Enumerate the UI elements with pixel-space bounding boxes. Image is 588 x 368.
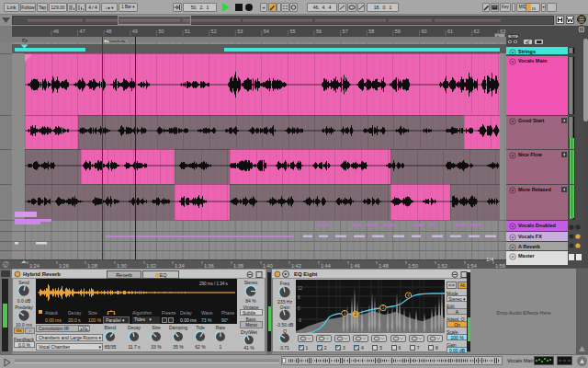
svg-text:12: 12 <box>298 286 303 291</box>
svg-text:57: 57 <box>343 29 348 34</box>
svg-text:0: 0 <box>298 306 300 311</box>
svg-text:-6: -6 <box>298 318 301 323</box>
svg-text:58: 58 <box>368 29 374 34</box>
svg-text:46: 46 <box>53 29 59 34</box>
svg-text:51: 51 <box>185 29 190 34</box>
svg-text:61: 61 <box>447 29 453 34</box>
svg-text:50: 50 <box>158 29 164 34</box>
svg-text:47: 47 <box>80 29 85 34</box>
svg-text:62: 62 <box>474 29 480 34</box>
svg-text:56: 56 <box>316 29 322 34</box>
svg-text:53: 53 <box>237 29 243 34</box>
svg-text:6: 6 <box>298 295 300 300</box>
svg-text:59: 59 <box>395 29 401 34</box>
svg-text:60: 60 <box>421 29 426 34</box>
svg-text:55: 55 <box>289 29 295 34</box>
svg-text:52: 52 <box>211 29 217 34</box>
svg-text:49: 49 <box>132 29 138 34</box>
svg-text:54: 54 <box>264 29 269 34</box>
svg-text:48: 48 <box>106 29 111 34</box>
